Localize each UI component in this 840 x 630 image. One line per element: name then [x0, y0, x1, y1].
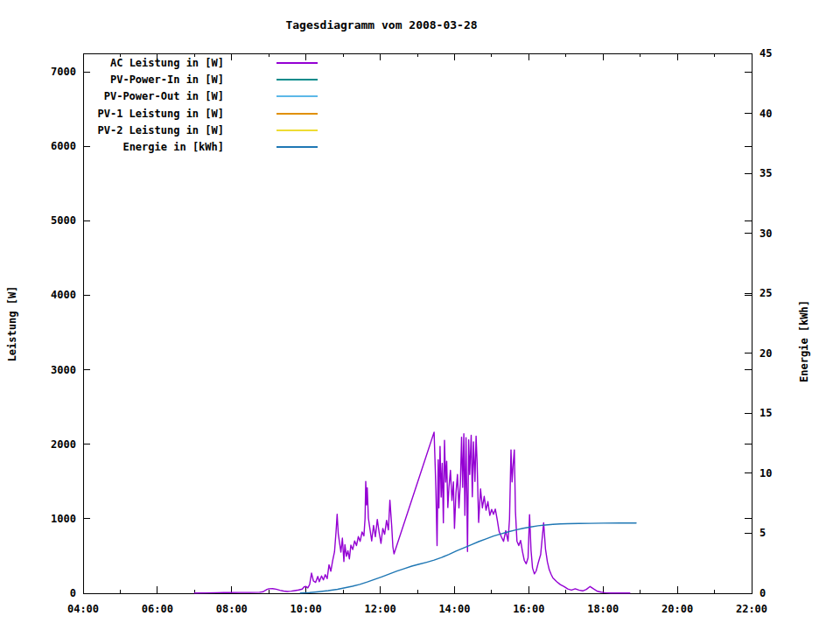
y2-tick-label: 20	[760, 347, 772, 360]
chart-canvas: Tagesdiagramm vom 2008-03-28 Leistung [W…	[0, 0, 840, 630]
x-tick-label: 18:00	[587, 603, 619, 615]
y1-tick-label: 0	[70, 587, 76, 599]
legend-item-pv2-leistung: PV-2 Leistung in [W]	[0, 124, 318, 136]
legend-item-pv1-leistung: PV-1 Leistung in [W]	[0, 108, 318, 120]
legend-line-pv-power-in	[276, 79, 318, 80]
x-tick-label: 10:00	[290, 603, 322, 615]
legend-line-ac-leistung	[276, 62, 318, 64]
legend-label: PV-2 Leistung in [W]	[98, 124, 225, 136]
y1-tick-label: 4000	[51, 289, 76, 301]
legend-label: PV-1 Leistung in [W]	[98, 108, 225, 120]
legend-label: Energie in [kWh]	[122, 141, 224, 153]
legend-item-ac-leistung: AC Leistung in [W]	[0, 57, 318, 69]
legend-label: AC Leistung in [W]	[110, 57, 224, 69]
legend-item-energie: Energie in [kWh]	[0, 141, 318, 153]
y2-tick-label: 15	[760, 407, 772, 419]
legend-label: PV-Power-Out in [W]	[104, 90, 224, 102]
legend-item-pv-power-out: PV-Power-Out in [W]	[0, 90, 318, 102]
y2-tick-label: 45	[760, 47, 772, 60]
x-tick-label: 16:00	[513, 603, 544, 615]
legend-line-pv1-leistung	[276, 113, 318, 115]
x-tick-label: 04:00	[67, 603, 99, 615]
y2-tick-label: 10	[760, 467, 772, 480]
y2-tick-label: 35	[760, 167, 772, 179]
legend-line-energie	[276, 146, 318, 148]
legend-line-pv-power-out	[276, 95, 318, 97]
x-tick-label: 06:00	[142, 603, 173, 615]
y1-tick-label: 1000	[51, 513, 76, 525]
series-ac-leistung-in-w	[194, 432, 630, 593]
x-tick-label: 22:00	[736, 603, 767, 615]
y1-tick-label: 3000	[51, 364, 76, 376]
legend-label: PV-Power-In in [W]	[110, 74, 224, 86]
y1-tick-label: 2000	[51, 438, 76, 451]
legend-item-pv-power-in: PV-Power-In in [W]	[0, 74, 318, 86]
x-tick-label: 14:00	[438, 603, 470, 615]
y2-tick-label: 25	[760, 287, 772, 299]
y2-tick-label: 30	[760, 228, 772, 240]
legend-line-pv2-leistung	[276, 130, 318, 131]
y1-tick-label: 5000	[51, 214, 76, 227]
y2-tick-label: 5	[760, 527, 766, 539]
y2-tick-label: 40	[760, 108, 772, 120]
x-tick-label: 08:00	[216, 603, 248, 615]
x-tick-label: 12:00	[364, 603, 396, 615]
y2-tick-label: 0	[760, 587, 766, 599]
x-tick-label: 20:00	[662, 603, 693, 615]
